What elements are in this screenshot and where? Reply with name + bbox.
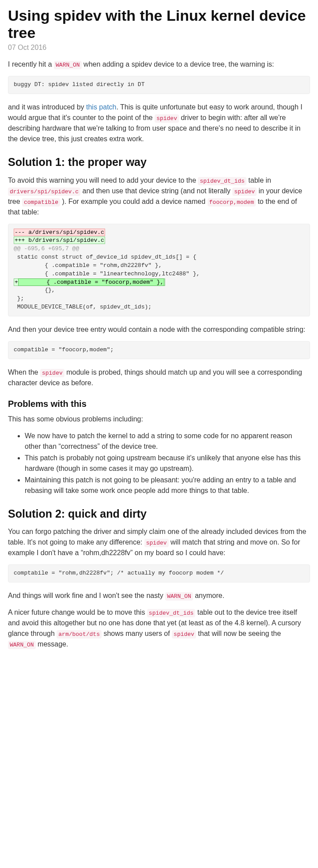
text: A nicer future change would be to move t… — [8, 609, 147, 616]
code-block-warning: buggy DT: spidev listed directly in DT — [8, 76, 310, 94]
code-block-compatible: compatible = "foocorp,modem"; — [8, 341, 310, 359]
paragraph: And things will work fine and I won't se… — [8, 590, 310, 601]
paragraph: To avoid this warning you will need to a… — [8, 175, 310, 218]
code-warn-on: WARN_ON — [165, 592, 193, 601]
code-foocorp: foocorp,modem — [208, 198, 256, 207]
paragraph: You can forgo patching the driver and si… — [8, 526, 310, 558]
code-spidev-dt-ids: spidev_dt_ids — [198, 177, 246, 185]
code-spidev: spidev — [172, 630, 196, 639]
diff-context: }; — [14, 295, 24, 302]
code-path: drivers/spi/spidev.c — [8, 188, 80, 196]
text: anymore. — [193, 592, 224, 599]
text: To avoid this warning you will need to a… — [8, 177, 198, 184]
post-date: 07 Oct 2016 — [8, 42, 310, 53]
diff-context: {}, — [14, 287, 55, 293]
paragraph: This has some obvious problems including… — [8, 414, 310, 425]
link-this-patch[interactable]: this patch — [86, 103, 116, 111]
code-block-rohm: comptabile = "rohm,dh2228fv"; /* actuall… — [8, 564, 310, 582]
text: message. — [36, 640, 68, 648]
heading-solution-2: Solution 2: quick and dirty — [8, 506, 310, 522]
text: shows many users of — [102, 630, 172, 637]
diff-context: { .compatible = "lineartechnology,ltc248… — [14, 271, 200, 277]
paragraph: and it was introduced by this patch. Thi… — [8, 102, 310, 144]
diff-added: +++ b/drivers/spi/spidev.c — [14, 237, 105, 244]
text: that will now be seeing the — [196, 630, 281, 637]
code-spidev: spidev — [40, 369, 64, 377]
page-title: Using spidev with the Linux kernel devic… — [8, 7, 310, 41]
code-warn-on: WARN_ON — [8, 641, 36, 649]
heading-problems: Problems with this — [8, 397, 310, 410]
text: When the — [8, 368, 40, 376]
code-compatible: compatible — [22, 198, 60, 207]
text: I recently hit a — [8, 60, 54, 68]
code-spidev: spidev — [144, 539, 169, 547]
list-item: This patch is probably not going upstrea… — [25, 453, 310, 474]
problems-list: We now have to patch the kernel to add a… — [8, 431, 310, 496]
paragraph: When the spidev module is probed, things… — [8, 367, 310, 388]
text: table in — [246, 177, 271, 184]
code-warn-on: WARN_ON — [54, 61, 82, 69]
diff-added-strong: { .compatible = "foocorp,modem" }, — [18, 278, 165, 286]
code-arm-boot-dts: arm/boot/dts — [57, 630, 102, 639]
diff-added-line: + { .compatible = "foocorp,modem" }, — [14, 278, 165, 286]
paragraph: And then your device tree entry would co… — [8, 324, 310, 335]
paragraph: A nicer future change would be to move t… — [8, 607, 310, 650]
list-item: Maintaining this patch is not going to b… — [25, 475, 310, 496]
heading-solution-1: Solution 1: the proper way — [8, 154, 310, 171]
diff-context: MODULE_DEVICE_TABLE(of, spidev_dt_ids); — [14, 304, 151, 310]
code-spidev: spidev — [155, 114, 179, 123]
text: And things will work fine and I won't se… — [8, 592, 165, 599]
diff-context: { .compatible = "rohm,dh2228fv" }, — [14, 262, 162, 269]
text: and it was introduced by — [8, 103, 86, 111]
text: ). For example you could add a device na… — [60, 198, 208, 205]
diff-hunk: @@ -695,6 +695,7 @@ — [14, 245, 79, 252]
text: and then use that device string (and not… — [80, 187, 232, 195]
list-item: We now have to patch the kernel to add a… — [25, 431, 310, 452]
code-block-diff: --- a/drivers/spi/spidev.c +++ b/drivers… — [8, 224, 310, 316]
code-spidev-dt-ids: spidev_dt_ids — [147, 609, 195, 617]
diff-context: static const struct of_device_id spidev_… — [14, 254, 196, 260]
text: when adding a spidev device to a device … — [82, 60, 274, 68]
code-spidev: spidev — [232, 188, 257, 196]
diff-removed: --- a/drivers/spi/spidev.c — [14, 229, 105, 236]
intro-paragraph: I recently hit a WARN_ON when adding a s… — [8, 59, 310, 70]
